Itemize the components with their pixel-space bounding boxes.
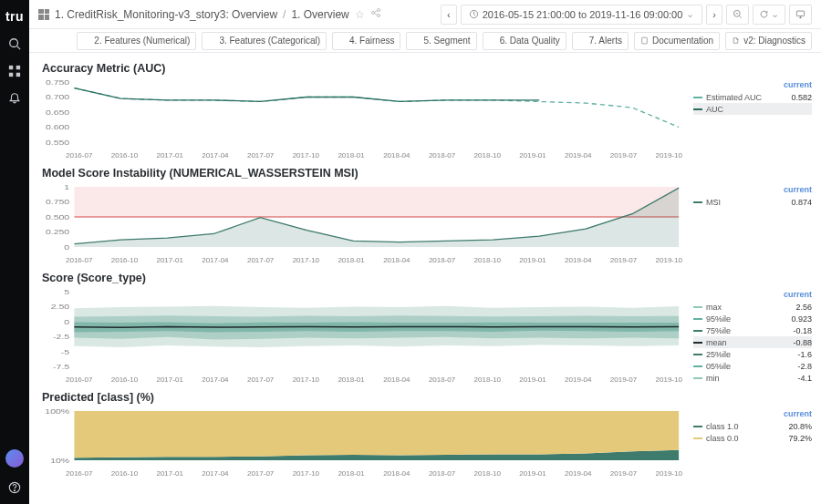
chart-panel: Predicted [class] (%) 100%10% 2016-07201…	[38, 391, 812, 478]
svg-text:0.650: 0.650	[46, 108, 69, 117]
content: Accuracy Metric (AUC) 0.7500.7000.6500.6…	[29, 53, 821, 504]
legend-row[interactable]: 25%ile-1.6	[693, 348, 812, 360]
chart[interactable]: 0.7500.7000.6500.6000.550	[38, 78, 686, 149]
svg-rect-12	[796, 11, 804, 16]
legend: currentMSI0.874	[693, 183, 812, 264]
grid-icon[interactable]	[7, 64, 22, 78]
legend-row[interactable]: min-4.1	[693, 372, 812, 384]
bell-icon[interactable]	[7, 91, 22, 106]
svg-point-7	[371, 12, 374, 15]
zoom-out-button[interactable]	[726, 5, 749, 25]
star-icon[interactable]: ☆	[355, 8, 365, 21]
svg-text:0.500: 0.500	[46, 213, 69, 221]
svg-rect-2	[16, 66, 20, 69]
panel-title: Accuracy Metric (AUC)	[42, 62, 812, 75]
chart[interactable]: 100%10%	[38, 407, 686, 468]
tab-data-quality[interactable]: 6. Data Quality	[483, 32, 566, 50]
svg-text:0.750: 0.750	[46, 78, 69, 87]
x-axis-labels: 2016-072016-102017-012017-042017-072017-…	[38, 254, 686, 264]
svg-text:0.600: 0.600	[46, 124, 69, 132]
avatar[interactable]	[5, 449, 24, 468]
topbar: 1. CreditRisk_Monitoring-v3_story3: Over…	[29, 0, 821, 29]
svg-text:0.750: 0.750	[46, 199, 69, 207]
legend-row[interactable]: max2.56	[693, 301, 812, 313]
legend-row[interactable]: Estimated AUC0.582	[693, 91, 812, 103]
legend-row[interactable]: mean-0.88	[693, 336, 812, 348]
breadcrumb: 1. CreditRisk_Monitoring-v3_story3: Over…	[38, 7, 381, 21]
svg-text:-5: -5	[61, 348, 69, 356]
search-icon[interactable]	[7, 36, 22, 51]
time-controls: ‹ 2016-05-15 21:00:00 to 2019-11-16 09:0…	[441, 5, 812, 25]
legend-current: current	[693, 409, 812, 418]
chart-panel: Accuracy Metric (AUC) 0.7500.7000.6500.6…	[38, 62, 812, 159]
svg-point-9	[377, 15, 379, 17]
svg-rect-3	[9, 73, 13, 77]
panel-title: Model Score Instability (NUMERICAL_WASSE…	[42, 167, 812, 180]
tabs: 2. Features (Numerical) 3. Features (Cat…	[29, 29, 821, 53]
svg-text:5: 5	[64, 288, 69, 296]
dashboard-icon	[38, 9, 49, 20]
time-prev-button[interactable]: ‹	[441, 5, 457, 25]
svg-text:0.550: 0.550	[46, 139, 69, 147]
svg-text:0: 0	[64, 318, 69, 326]
time-next-button[interactable]: ›	[706, 5, 722, 25]
svg-text:2.50: 2.50	[51, 303, 69, 312]
tab-documentation[interactable]: Documentation	[634, 32, 720, 50]
legend-row[interactable]: 75%ile-0.18	[693, 324, 812, 336]
svg-rect-1	[9, 66, 13, 69]
legend-row[interactable]: MSI0.874	[693, 196, 812, 208]
svg-text:-2.5: -2.5	[53, 333, 69, 341]
help-icon[interactable]	[7, 480, 22, 495]
tab-features-cat[interactable]: 3. Features (Categorical)	[202, 32, 327, 50]
chart[interactable]: 52.500-2.5-5-7.5	[38, 288, 686, 374]
legend-row[interactable]: 95%ile0.923	[693, 313, 812, 324]
svg-text:1: 1	[64, 183, 69, 191]
legend-row[interactable]: 05%ile-2.8	[693, 360, 812, 372]
brand-logo: tru	[5, 9, 24, 24]
refresh-button[interactable]: ⌄	[753, 5, 785, 25]
monitor-button[interactable]	[789, 5, 812, 25]
svg-text:-7.5: -7.5	[53, 363, 69, 371]
svg-point-0	[10, 39, 18, 47]
time-range-picker[interactable]: 2016-05-15 21:00:00 to 2019-11-16 09:00:…	[461, 5, 703, 25]
legend-current: current	[693, 185, 812, 194]
svg-point-8	[377, 9, 379, 12]
x-axis-labels: 2016-072016-102017-012017-042017-072017-…	[38, 468, 686, 478]
share-icon[interactable]	[370, 7, 381, 21]
chart-panel: Model Score Instability (NUMERICAL_WASSE…	[38, 167, 812, 264]
legend: currentclass 1.020.8%class 0.079.2%	[693, 407, 812, 478]
chart[interactable]: 10.7500.5000.2500	[38, 183, 686, 254]
tab-alerts[interactable]: 7. Alerts	[572, 32, 629, 50]
legend-current: current	[693, 290, 812, 299]
panel-title: Predicted [class] (%)	[42, 391, 812, 404]
svg-point-6	[14, 490, 15, 491]
svg-text:0.700: 0.700	[46, 94, 69, 102]
tab-fairness[interactable]: 4. Fairness	[332, 32, 400, 50]
tab-features-num[interactable]: 2. Features (Numerical)	[77, 32, 196, 50]
legend: currentEstimated AUC0.582AUC	[693, 78, 812, 159]
legend-row[interactable]: class 0.079.2%	[693, 432, 812, 444]
tab-segment[interactable]: 5. Segment	[406, 32, 476, 50]
svg-rect-4	[16, 73, 20, 77]
breadcrumb-item[interactable]: 1. CreditRisk_Monitoring-v3_story3: Over…	[55, 8, 277, 21]
svg-text:0.250: 0.250	[46, 229, 69, 237]
legend-row[interactable]: class 1.020.8%	[693, 420, 812, 432]
legend-row[interactable]: AUC	[693, 103, 812, 115]
sidebar: tru	[0, 0, 29, 504]
breadcrumb-item[interactable]: 1. Overview	[291, 8, 348, 21]
x-axis-labels: 2016-072016-102017-012017-042017-072017-…	[38, 374, 686, 384]
panel-title: Score (Score_type)	[42, 272, 812, 284]
svg-text:100%: 100%	[45, 407, 69, 416]
svg-rect-13	[642, 37, 648, 44]
chart-panel: Score (Score_type) 52.500-2.5-5-7.5 2016…	[38, 272, 812, 384]
svg-rect-24	[74, 187, 679, 217]
legend: currentmax2.5695%ile0.92375%ile-0.18mean…	[693, 288, 812, 384]
x-axis-labels: 2016-072016-102017-012017-042017-072017-…	[38, 149, 686, 159]
svg-text:10%: 10%	[50, 457, 69, 465]
tab-diagnostics[interactable]: v2: Diagnostics	[725, 32, 812, 50]
svg-text:0: 0	[64, 243, 69, 252]
legend-current: current	[693, 80, 812, 89]
